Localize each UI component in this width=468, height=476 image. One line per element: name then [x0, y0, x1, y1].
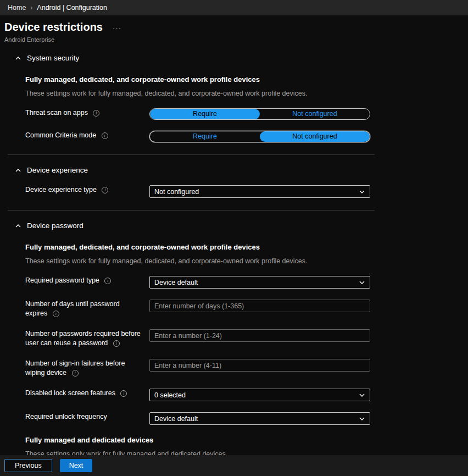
group-description: These settings work for fully managed, d…: [25, 90, 370, 97]
setting-row-common-criteria: Common Criteria mode i Require Not confi…: [25, 131, 370, 142]
chevron-down-icon: [359, 392, 365, 398]
group-heading: Fully managed, dedicated, and corporate-…: [25, 75, 370, 84]
disabled-lock-screen-features-dropdown[interactable]: 0 selected: [149, 389, 370, 401]
section-title: Device password: [27, 222, 83, 230]
required-password-type-dropdown[interactable]: Device default: [149, 276, 370, 289]
setting-row-password-reuse: Number of passwords required before user…: [25, 329, 370, 348]
breadcrumb: Home › Android | Configuration: [0, 0, 468, 15]
section-header-device-experience[interactable]: Device experience: [15, 166, 468, 174]
setting-row-disabled-lock-screen-features: Disabled lock screen features i 0 select…: [25, 389, 370, 401]
setting-label: Disabled lock screen features i: [25, 389, 149, 398]
dropdown-value: Device default: [154, 279, 198, 286]
info-icon[interactable]: i: [113, 340, 120, 347]
section-divider: [8, 210, 375, 211]
setting-label-text: Required password type: [25, 276, 99, 284]
setting-label-text: Device experience type: [25, 186, 97, 193]
wizard-footer: Previous Next: [0, 455, 468, 476]
setting-label: Common Criteria mode i: [25, 131, 149, 140]
common-criteria-option-not-configured[interactable]: Not configured: [260, 131, 370, 142]
setting-row-signin-failures: Number of sign-in failures before wiping…: [25, 359, 370, 378]
setting-label-text: Disabled lock screen features: [25, 389, 115, 397]
page-title: Device restrictions: [4, 21, 103, 34]
setting-label-text: Common Criteria mode: [25, 131, 96, 139]
threat-scan-option-not-configured[interactable]: Not configured: [260, 109, 370, 119]
group-heading: Fully managed and dedicated devices: [25, 436, 370, 444]
device-restrictions-page: Device restrictions ··· Android Enterpri…: [0, 15, 468, 476]
common-criteria-toggle: Require Not configured: [149, 131, 370, 142]
setting-label: Required unlock frequency: [25, 412, 149, 422]
setting-label-text: Required unlock frequency: [25, 413, 107, 420]
group-description: These settings work for fully managed, d…: [25, 257, 370, 265]
group-heading: Fully managed, dedicated, and corporate-…: [25, 243, 370, 251]
chevron-down-icon: [359, 279, 365, 286]
section-system-security: System security Fully managed, dedicated…: [4, 54, 468, 142]
setting-row-threat-scan: Threat scan on apps i Require Not config…: [25, 108, 370, 120]
common-criteria-option-require[interactable]: Require: [150, 131, 260, 142]
info-icon[interactable]: i: [104, 278, 111, 284]
password-expiry-days-input[interactable]: [149, 300, 370, 312]
setting-label-text: Number of days until password expires: [25, 300, 120, 317]
setting-label: Required password type i: [25, 276, 149, 285]
info-icon[interactable]: i: [72, 370, 79, 377]
info-icon[interactable]: i: [53, 311, 59, 317]
chevron-up-icon: [15, 167, 21, 174]
info-icon[interactable]: i: [120, 390, 127, 397]
breadcrumb-current: Android | Configuration: [37, 4, 107, 12]
info-icon[interactable]: i: [93, 110, 99, 117]
setting-row-required-unlock-frequency: Required unlock frequency Device default: [25, 412, 370, 425]
chevron-up-icon: [15, 55, 21, 62]
dropdown-value: 0 selected: [154, 391, 186, 399]
threat-scan-option-require[interactable]: Require: [150, 109, 260, 119]
previous-button[interactable]: Previous: [4, 459, 52, 472]
more-menu-button[interactable]: ···: [113, 24, 121, 32]
setting-label: Number of days until password expires i: [25, 300, 149, 318]
section-header-system-security[interactable]: System security: [15, 54, 468, 62]
setting-label: Number of sign-in failures before wiping…: [25, 359, 149, 378]
section-divider: [8, 154, 375, 155]
chevron-down-icon: [359, 189, 365, 195]
setting-row-required-password-type: Required password type i Device default: [25, 276, 370, 289]
section-device-experience: Device experience Device experience type…: [4, 166, 468, 198]
next-button[interactable]: Next: [60, 459, 93, 472]
setting-label: Threat scan on apps i: [25, 108, 149, 118]
setting-row-device-experience-type: Device experience type i Not configured: [25, 185, 370, 198]
dropdown-value: Not configured: [154, 188, 199, 196]
chevron-down-icon: [359, 416, 365, 422]
breadcrumb-separator-icon: ›: [30, 4, 32, 12]
info-icon[interactable]: i: [102, 132, 108, 139]
signin-failures-input[interactable]: [149, 359, 370, 372]
section-title: System security: [27, 54, 79, 62]
password-reuse-count-input[interactable]: [149, 329, 370, 342]
setting-row-password-expires: Number of days until password expires i: [25, 300, 370, 318]
setting-label: Device experience type i: [25, 185, 149, 195]
setting-label-text: Threat scan on apps: [25, 109, 88, 117]
chevron-up-icon: [15, 223, 21, 229]
device-experience-type-dropdown[interactable]: Not configured: [149, 185, 370, 198]
setting-label: Number of passwords required before user…: [25, 329, 149, 348]
info-icon[interactable]: i: [102, 187, 108, 193]
dropdown-value: Device default: [154, 415, 198, 423]
setting-label-text: Number of passwords required before user…: [25, 330, 141, 347]
required-unlock-frequency-dropdown[interactable]: Device default: [149, 412, 370, 425]
threat-scan-toggle: Require Not configured: [149, 108, 370, 120]
section-title: Device experience: [27, 166, 88, 174]
breadcrumb-home[interactable]: Home: [8, 4, 26, 12]
section-device-password: Device password Fully managed, dedicated…: [4, 222, 468, 476]
section-header-device-password[interactable]: Device password: [15, 222, 468, 230]
page-subtitle: Android Enterprise: [4, 36, 468, 43]
